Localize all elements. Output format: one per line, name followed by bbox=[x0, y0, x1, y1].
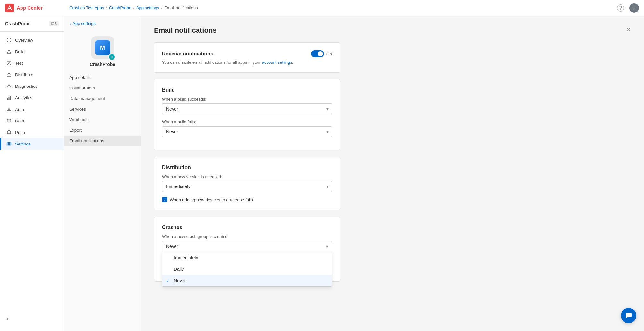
breadcrumb-sep-1: / bbox=[106, 5, 107, 10]
build-succeeds-select[interactable]: Never Daily Immediately bbox=[162, 103, 332, 114]
analytics-icon bbox=[6, 95, 12, 101]
checkbox-row: ✓ When adding new devices to a release f… bbox=[162, 197, 332, 202]
app-info: CrashProbe iOS bbox=[0, 21, 64, 32]
receive-notifications-row: Receive notifications On bbox=[162, 50, 332, 57]
receive-notifications-label: Receive notifications bbox=[162, 51, 213, 57]
build-fails-select[interactable]: Never Daily Immediately bbox=[162, 126, 332, 137]
settings-menu-collaborators[interactable]: Collaborators bbox=[64, 83, 141, 93]
crashes-option-never[interactable]: ✓ Never bbox=[162, 275, 332, 286]
svg-rect-0 bbox=[5, 4, 14, 12]
breadcrumb-sep-3: / bbox=[161, 5, 162, 10]
sidebar-item-overview[interactable]: Overview bbox=[0, 34, 64, 46]
close-button[interactable]: ✕ bbox=[626, 26, 631, 33]
toggle-state-label: On bbox=[326, 52, 332, 56]
settings-menu-webhooks[interactable]: Webhooks bbox=[64, 114, 141, 125]
settings-menu-export[interactable]: Export bbox=[64, 125, 141, 136]
breadcrumb-item-3[interactable]: App settings bbox=[136, 5, 159, 10]
collapse-sidebar-button[interactable]: « bbox=[0, 311, 64, 326]
help-icon[interactable]: ? bbox=[617, 4, 624, 12]
auth-icon bbox=[6, 106, 12, 112]
settings-panel: ‹ App settings M C CrashProbe App detail… bbox=[64, 16, 141, 331]
sidebar-item-data[interactable]: Data bbox=[0, 115, 64, 127]
back-link[interactable]: ‹ App settings bbox=[64, 21, 141, 31]
distribution-section-card: Distribution When a new version is relea… bbox=[154, 157, 340, 210]
main-content: Email notifications ✕ Receive notificati… bbox=[141, 16, 644, 331]
page-title: Email notifications bbox=[154, 26, 217, 35]
sidebar-item-build[interactable]: Build bbox=[0, 46, 64, 57]
app-avatar-letter: M bbox=[95, 40, 110, 55]
distribution-new-version-select-wrapper: Immediately Daily Never ▾ bbox=[162, 181, 332, 192]
account-settings-link[interactable]: account settings bbox=[262, 60, 292, 65]
sidebar-item-distribute[interactable]: Distribute bbox=[0, 69, 64, 80]
crashes-chevron-icon: ▾ bbox=[326, 244, 328, 249]
crashes-section-card: Crashes When a new crash group is create… bbox=[154, 217, 340, 282]
toggle-container: On bbox=[311, 50, 332, 57]
top-nav-actions: ? U bbox=[617, 3, 639, 13]
sidebar-item-analytics[interactable]: Analytics bbox=[0, 92, 64, 103]
breadcrumb-item-1[interactable]: Crashes Test Apps bbox=[69, 5, 104, 10]
distribution-new-version-select[interactable]: Immediately Daily Never bbox=[162, 181, 332, 192]
crashes-dropdown-menu: Immediately Daily ✓ Never bbox=[162, 252, 332, 287]
back-link-label: App settings bbox=[72, 21, 96, 26]
push-icon bbox=[6, 129, 12, 135]
build-icon bbox=[6, 49, 12, 54]
diagnostics-icon bbox=[6, 83, 12, 89]
devices-checkbox[interactable]: ✓ bbox=[162, 197, 167, 202]
data-icon bbox=[6, 118, 12, 124]
toggle-knob bbox=[318, 51, 323, 56]
build-section-card: Build When a build succeeds: Never Daily… bbox=[154, 79, 340, 150]
crashes-select-box[interactable]: Never ▾ bbox=[162, 241, 332, 252]
avatar[interactable]: U bbox=[629, 3, 639, 13]
svg-rect-8 bbox=[7, 98, 8, 100]
crashes-option-immediately-label: Immediately bbox=[174, 255, 198, 260]
crashes-option-immediately[interactable]: Immediately bbox=[162, 252, 332, 263]
settings-menu-app-details[interactable]: App details bbox=[64, 72, 141, 83]
breadcrumb: Crashes Test Apps / CrashProbe / App set… bbox=[69, 5, 617, 10]
app-avatar-badge: C bbox=[108, 54, 115, 61]
sidebar-label-push: Push bbox=[15, 130, 25, 135]
page-header: Email notifications ✕ bbox=[154, 26, 631, 35]
svg-point-7 bbox=[9, 87, 9, 87]
settings-menu-data-management[interactable]: Data management bbox=[64, 93, 141, 104]
app-logo[interactable]: App Center bbox=[5, 4, 69, 12]
svg-point-11 bbox=[8, 108, 10, 110]
svg-rect-10 bbox=[10, 96, 11, 100]
overview-icon bbox=[6, 37, 12, 43]
sidebar-item-diagnostics[interactable]: Diagnostics bbox=[0, 80, 64, 92]
breadcrumb-item-2[interactable]: CrashProbe bbox=[109, 5, 131, 10]
chat-fab-button[interactable] bbox=[621, 308, 636, 323]
notifications-description: You can disable email notifications for … bbox=[162, 60, 332, 65]
sidebar-item-test[interactable]: Test bbox=[0, 57, 64, 69]
notifications-toggle[interactable] bbox=[311, 50, 324, 57]
build-section-title: Build bbox=[162, 87, 332, 93]
app-avatar-section: M C CrashProbe bbox=[64, 31, 141, 72]
sidebar-label-auth: Auth bbox=[15, 107, 24, 112]
sidebar-item-push[interactable]: Push bbox=[0, 127, 64, 138]
crashes-option-daily[interactable]: Daily bbox=[162, 263, 332, 275]
app-center-title: App Center bbox=[17, 5, 43, 11]
crashes-section-title: Crashes bbox=[162, 225, 332, 230]
distribution-section-title: Distribution bbox=[162, 165, 332, 170]
settings-menu-email-notifications[interactable]: Email notifications bbox=[64, 136, 141, 146]
crashes-option-never-label: Never bbox=[174, 278, 186, 283]
main-layout: CrashProbe iOS Overview Build Test bbox=[0, 16, 644, 331]
top-nav: App Center Crashes Test Apps / CrashProb… bbox=[0, 0, 644, 16]
crashes-option-daily-label: Daily bbox=[174, 267, 184, 272]
sidebar-item-settings[interactable]: Settings bbox=[0, 138, 64, 150]
svg-point-14 bbox=[8, 143, 10, 145]
build-succeeds-label: When a build succeeds: bbox=[162, 97, 332, 102]
settings-menu-services[interactable]: Services bbox=[64, 104, 141, 114]
sidebar-label-build: Build bbox=[15, 49, 25, 54]
app-avatar: M C bbox=[91, 36, 114, 59]
crashes-group-label: When a new crash group is created bbox=[162, 234, 332, 239]
distribution-new-version-label: When a new version is released: bbox=[162, 174, 332, 179]
checkbox-label: When adding new devices to a release fai… bbox=[170, 197, 253, 202]
app-display-name: CrashProbe bbox=[90, 62, 115, 67]
app-center-logo-icon bbox=[5, 4, 14, 12]
nav-section: Overview Build Test Distribute bbox=[0, 32, 64, 152]
distribute-icon bbox=[6, 72, 12, 78]
sidebar-item-auth[interactable]: Auth bbox=[0, 103, 64, 115]
sidebar-app-platform: iOS bbox=[49, 21, 59, 26]
svg-marker-2 bbox=[7, 50, 11, 53]
sidebar-app-name: CrashProbe bbox=[5, 21, 30, 26]
